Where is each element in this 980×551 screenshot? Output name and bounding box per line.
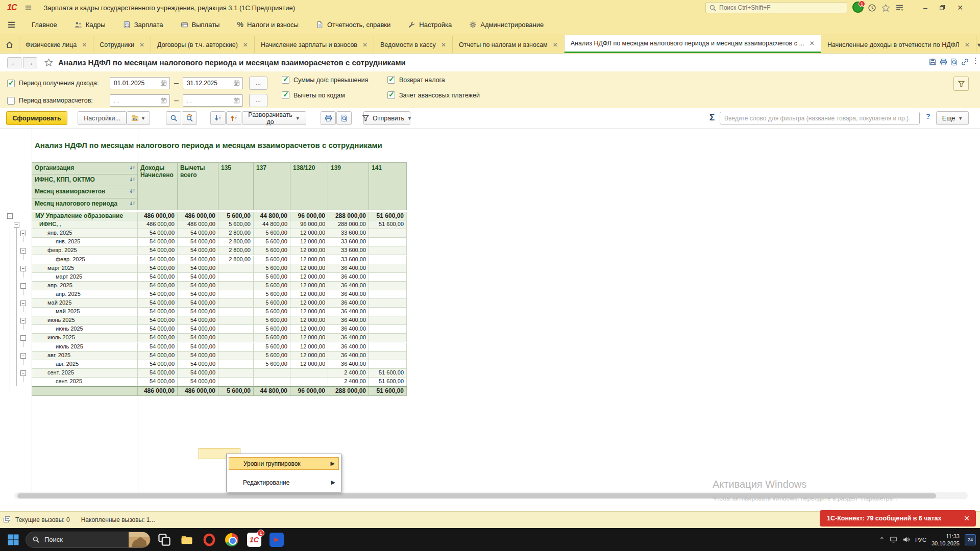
collapse-group-button[interactable]: −	[20, 300, 26, 306]
cell[interactable]: 5 600,00	[254, 325, 290, 334]
cell[interactable]	[369, 343, 407, 352]
cell[interactable]: 54 000,00	[138, 238, 178, 246]
cell[interactable]	[218, 352, 254, 360]
cell[interactable]: 36 400,00	[328, 273, 369, 282]
cell[interactable]: 33 600,00	[328, 229, 369, 238]
calendar-icon[interactable]	[233, 97, 240, 104]
tab-close-icon[interactable]: ✕	[965, 41, 970, 48]
cell[interactable]: 5 600,00	[254, 290, 290, 299]
tab-close-icon[interactable]: ✕	[553, 41, 558, 48]
cell[interactable]: 54 000,00	[138, 282, 178, 290]
cell[interactable]	[369, 229, 407, 238]
cell[interactable]: 2 800,00	[218, 256, 254, 264]
table-row[interactable]: июль 202554 000,0054 000,005 600,0012 00…	[32, 343, 407, 352]
cell[interactable]: 486 000,00	[178, 212, 218, 220]
cell[interactable]	[290, 378, 328, 386]
total-cell[interactable]: 5 600,00	[218, 386, 254, 396]
collapse-groups-button[interactable]	[226, 111, 241, 125]
cell[interactable]: 54 000,00	[138, 360, 178, 369]
cell[interactable]: 5 600,00	[254, 334, 290, 342]
cell[interactable]: 12 000,00	[290, 334, 328, 342]
table-row[interactable]: март 202554 000,0054 000,005 600,0012 00…	[32, 264, 407, 273]
cell[interactable]: 2 400,00	[328, 378, 369, 386]
cell[interactable]: 5 600,00	[254, 282, 290, 290]
cell[interactable]	[218, 369, 254, 378]
cell[interactable]: 36 400,00	[328, 325, 369, 334]
tab-3[interactable]: Договоры (в т.ч. авторские)✕	[151, 36, 255, 53]
cell[interactable]	[369, 290, 407, 299]
table-row[interactable]: июнь 202554 000,0054 000,005 600,0012 00…	[32, 325, 407, 334]
taskbar-app-chrome-icon[interactable]	[223, 531, 240, 548]
more-dots-icon[interactable]: ⋮	[972, 56, 979, 65]
collapse-group-button[interactable]: −	[20, 353, 26, 359]
cell[interactable]: 2 800,00	[218, 229, 254, 238]
collapse-group-button[interactable]: −	[20, 370, 26, 376]
checkbox[interactable]	[282, 76, 289, 84]
cell[interactable]: 5 600,00	[254, 343, 290, 352]
collapse-group-button[interactable]: −	[20, 248, 26, 254]
tab-8[interactable]: Начисленные доходы в отчетности по НДФЛ✕	[821, 36, 976, 53]
cell[interactable]: 5 600,00	[254, 360, 290, 369]
period-income-checkbox[interactable]	[7, 80, 15, 87]
period-settlements-ellipsis-button[interactable]: ...	[249, 94, 267, 107]
cell[interactable]: 54 000,00	[178, 352, 218, 360]
find-button[interactable]	[166, 111, 181, 125]
cell[interactable]	[254, 378, 290, 386]
cell[interactable]: 54 000,00	[178, 334, 218, 342]
period-settlements-checkbox[interactable]	[7, 97, 15, 105]
cell[interactable]: 54 000,00	[138, 316, 178, 325]
cell[interactable]	[369, 316, 407, 325]
cell[interactable]: 54 000,00	[178, 316, 218, 325]
taskbar-app-opera-icon[interactable]	[201, 531, 218, 548]
cell[interactable]	[218, 264, 254, 273]
table-row[interactable]: март 202554 000,0054 000,005 600,0012 00…	[32, 273, 407, 282]
cell[interactable]: 12 000,00	[290, 290, 328, 299]
cell[interactable]: 54 000,00	[138, 273, 178, 282]
cell[interactable]	[218, 325, 254, 334]
cell[interactable]: 54 000,00	[138, 290, 178, 299]
cell[interactable]: 5 600,00	[218, 212, 254, 220]
cell[interactable]: 54 000,00	[178, 246, 218, 255]
cell[interactable]: 36 400,00	[328, 316, 369, 325]
cell[interactable]: 54 000,00	[178, 378, 218, 386]
print-button[interactable]	[321, 111, 336, 125]
tab-close-icon[interactable]: ✕	[139, 41, 144, 48]
tab-close-icon[interactable]: ✕	[441, 41, 446, 48]
cell[interactable]	[369, 273, 407, 282]
cell[interactable]: 5 600,00	[254, 273, 290, 282]
taskbar-app-task-view-icon[interactable]	[156, 531, 173, 548]
table-row[interactable]: апр. 202554 000,0054 000,005 600,0012 00…	[32, 290, 407, 299]
cell[interactable]: 44 800,00	[254, 212, 290, 220]
cell[interactable]	[218, 299, 254, 308]
minimize-button[interactable]: –	[919, 3, 932, 13]
table-row[interactable]: МУ Управление образование486 000,00486 0…	[32, 212, 407, 220]
table-row[interactable]: янв. 202554 000,0054 000,002 800,005 600…	[32, 238, 407, 246]
cell[interactable]: 51 600,00	[369, 212, 407, 220]
cell[interactable]: 54 000,00	[138, 256, 178, 264]
cell[interactable]: 54 000,00	[138, 325, 178, 334]
cell[interactable]: 486 000,00	[138, 220, 178, 229]
table-row[interactable]: февр. 202554 000,0054 000,002 800,005 60…	[32, 256, 407, 264]
cell[interactable]: 12 000,00	[290, 256, 328, 264]
history-icon[interactable]	[868, 4, 876, 12]
cell[interactable]: 36 400,00	[328, 308, 369, 316]
sort-icon[interactable]	[130, 177, 136, 183]
quick-filter-input[interactable]	[720, 112, 920, 124]
cell[interactable]: 12 000,00	[290, 299, 328, 308]
sort-icon[interactable]	[130, 201, 136, 207]
table-row[interactable]: апр. 202554 000,0054 000,005 600,0012 00…	[32, 282, 407, 290]
cell[interactable]: 54 000,00	[138, 352, 178, 360]
cell[interactable]: 51 600,00	[369, 378, 407, 386]
row-header-0[interactable]: Организация	[32, 162, 138, 174]
cell[interactable]: 12 000,00	[290, 229, 328, 238]
cell[interactable]	[254, 369, 290, 378]
cell[interactable]: 36 400,00	[328, 334, 369, 342]
cell[interactable]: 36 400,00	[328, 264, 369, 273]
col-header-141[interactable]: 141	[369, 162, 407, 210]
cell[interactable]	[290, 369, 328, 378]
cell[interactable]	[369, 325, 407, 334]
col-header-Доходы[interactable]: ДоходыНачислено	[138, 162, 178, 210]
cell[interactable]: 486 000,00	[138, 212, 178, 220]
notification-center-icon[interactable]: 24	[965, 534, 976, 545]
cell[interactable]: 54 000,00	[178, 308, 218, 316]
